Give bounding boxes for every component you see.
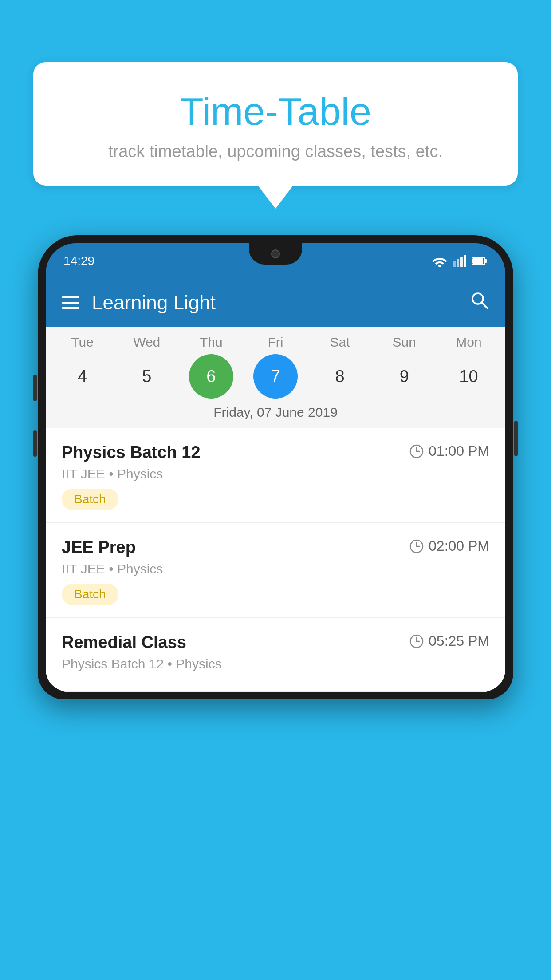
svg-rect-5 bbox=[485, 259, 487, 263]
day-6-today[interactable]: 6 bbox=[189, 354, 233, 399]
volume-down-button bbox=[33, 430, 37, 457]
bubble-title: Time-Table bbox=[55, 89, 496, 134]
day-7-selected[interactable]: 7 bbox=[253, 354, 298, 399]
clock-icon-3 bbox=[409, 634, 424, 649]
day-header-sat: Sat bbox=[318, 335, 362, 350]
batch-badge-1: Batch bbox=[62, 489, 118, 510]
svg-rect-1 bbox=[457, 259, 459, 267]
phone-notch bbox=[249, 243, 302, 265]
status-time: 14:29 bbox=[63, 254, 94, 268]
battery-icon bbox=[472, 257, 488, 265]
calendar-strip: Tue Wed Thu Fri Sat Sun Mon 4 5 6 7 8 9 … bbox=[46, 327, 505, 428]
day-header-thu: Thu bbox=[189, 335, 233, 350]
app-title: Learning Light bbox=[92, 292, 216, 314]
power-button bbox=[514, 421, 518, 456]
event-header-1: Physics Batch 12 01:00 PM bbox=[62, 443, 489, 462]
day-numbers: 4 5 6 7 8 9 10 bbox=[46, 354, 505, 399]
event-meta-1: IIT JEE • Physics bbox=[62, 466, 489, 482]
day-8[interactable]: 8 bbox=[318, 354, 362, 399]
speech-bubble: Time-Table track timetable, upcoming cla… bbox=[33, 62, 518, 186]
event-item-remedial-class[interactable]: Remedial Class 05:25 PM Physics Batch 12… bbox=[46, 618, 505, 692]
front-camera bbox=[271, 249, 280, 258]
app-bar: Learning Light bbox=[46, 279, 505, 327]
wifi-icon bbox=[432, 255, 448, 267]
svg-rect-2 bbox=[460, 257, 463, 267]
day-9[interactable]: 9 bbox=[382, 354, 426, 399]
day-4[interactable]: 4 bbox=[60, 354, 105, 399]
day-header-sun: Sun bbox=[382, 335, 426, 350]
event-title-2: JEE Prep bbox=[62, 538, 136, 557]
phone-mockup: 14:29 bbox=[38, 235, 513, 980]
app-bar-left: Learning Light bbox=[62, 292, 216, 314]
svg-rect-6 bbox=[472, 258, 483, 264]
clock-icon-1 bbox=[409, 444, 424, 459]
day-5[interactable]: 5 bbox=[125, 354, 169, 399]
event-list: Physics Batch 12 01:00 PM IIT JEE • Phys… bbox=[46, 428, 505, 692]
event-time-3: 05:25 PM bbox=[409, 633, 489, 649]
volume-up-button bbox=[33, 375, 37, 401]
status-bar: 14:29 bbox=[46, 243, 505, 279]
event-time-1: 01:00 PM bbox=[409, 443, 489, 459]
search-button[interactable] bbox=[470, 291, 489, 315]
clock-icon-2 bbox=[409, 539, 424, 554]
event-meta-3: Physics Batch 12 • Physics bbox=[62, 656, 489, 672]
event-time-text-1: 01:00 PM bbox=[429, 443, 489, 459]
day-header-mon: Mon bbox=[446, 335, 491, 350]
day-header-fri: Fri bbox=[253, 335, 298, 350]
status-icons bbox=[432, 255, 488, 267]
event-header-3: Remedial Class 05:25 PM bbox=[62, 633, 489, 652]
day-header-tue: Tue bbox=[60, 335, 105, 350]
phone-outer: 14:29 bbox=[38, 235, 513, 699]
hamburger-menu-button[interactable] bbox=[62, 296, 79, 309]
event-time-text-3: 05:25 PM bbox=[429, 633, 489, 649]
event-time-2: 02:00 PM bbox=[409, 538, 489, 554]
day-header-wed: Wed bbox=[125, 335, 169, 350]
event-item-physics-batch-12[interactable]: Physics Batch 12 01:00 PM IIT JEE • Phys… bbox=[46, 428, 505, 523]
batch-badge-2: Batch bbox=[62, 584, 118, 605]
event-title-1: Physics Batch 12 bbox=[62, 443, 201, 462]
event-meta-2: IIT JEE • Physics bbox=[62, 561, 489, 577]
event-item-jee-prep[interactable]: JEE Prep 02:00 PM IIT JEE • Physics Batc… bbox=[46, 523, 505, 618]
day-10[interactable]: 10 bbox=[446, 354, 491, 399]
svg-rect-0 bbox=[453, 261, 456, 267]
event-time-text-2: 02:00 PM bbox=[429, 538, 489, 554]
signal-icon bbox=[453, 255, 466, 267]
svg-line-8 bbox=[482, 303, 488, 308]
day-headers: Tue Wed Thu Fri Sat Sun Mon bbox=[46, 335, 505, 350]
event-title-3: Remedial Class bbox=[62, 633, 186, 652]
bubble-subtitle: track timetable, upcoming classes, tests… bbox=[55, 142, 496, 161]
phone-screen: Tue Wed Thu Fri Sat Sun Mon 4 5 6 7 8 9 … bbox=[46, 327, 505, 692]
selected-date-label: Friday, 07 June 2019 bbox=[46, 399, 505, 428]
event-header-2: JEE Prep 02:00 PM bbox=[62, 538, 489, 557]
speech-bubble-container: Time-Table track timetable, upcoming cla… bbox=[33, 62, 518, 186]
svg-rect-3 bbox=[464, 255, 466, 267]
